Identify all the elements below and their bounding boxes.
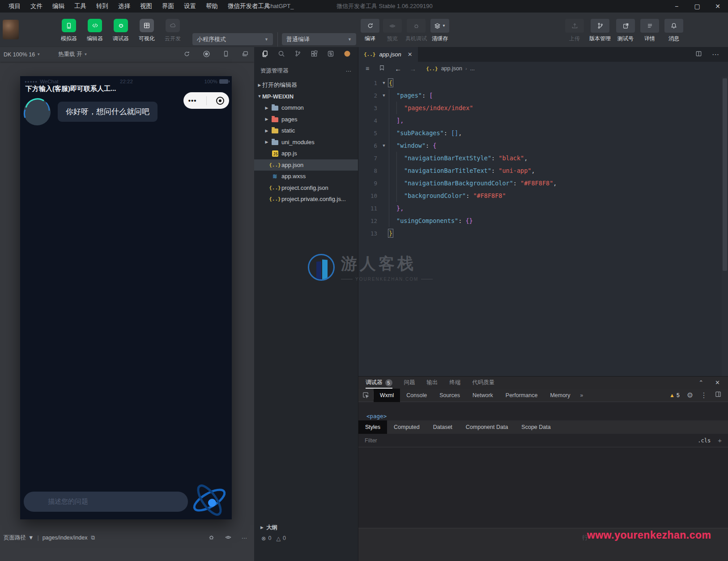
debug-tab-问题[interactable]: 问题 xyxy=(404,377,415,389)
user-avatar[interactable] xyxy=(3,20,19,39)
device-icon[interactable] xyxy=(223,50,229,59)
copy-icon[interactable]: ⧉ xyxy=(91,535,95,541)
tree-item-app.js[interactable]: JSapp.js xyxy=(254,148,358,159)
device-zoom-selector[interactable]: DK 100% 16 ▼ xyxy=(4,51,40,58)
tool-编辑器[interactable]: 编辑器 xyxy=(85,19,105,43)
tree-item-common[interactable]: ▶common xyxy=(254,102,358,114)
collapse-icon[interactable]: ⌃ xyxy=(698,379,703,386)
multi-window-icon[interactable] xyxy=(242,51,249,59)
tree-item-static[interactable]: ▶static xyxy=(254,125,358,137)
record-icon[interactable] xyxy=(203,50,210,59)
tab-close-icon[interactable]: ✕ xyxy=(408,51,413,58)
settings-gear-icon[interactable]: ⚙ xyxy=(687,391,693,399)
devtools-tab-Console[interactable]: Console xyxy=(400,389,433,402)
extensions-icon[interactable] xyxy=(311,50,318,59)
menu-item-界面[interactable]: 界面 xyxy=(157,0,179,13)
devtools-tab-Performance[interactable]: Performance xyxy=(499,389,544,402)
styles-tab-Scope-Data[interactable]: Scope Data xyxy=(515,420,557,434)
menu-item-转到[interactable]: 转到 xyxy=(91,0,113,13)
devtools-tab-Network[interactable]: Network xyxy=(466,389,499,402)
hot-reload-toggle[interactable]: 热重载 开 ▼ xyxy=(58,51,87,58)
more-menu-icon[interactable]: ••• xyxy=(188,97,197,104)
exit-target-icon[interactable] xyxy=(216,97,224,105)
filter-input[interactable]: Filter xyxy=(365,437,377,444)
styles-tab-Styles[interactable]: Styles xyxy=(358,420,387,434)
files-icon[interactable] xyxy=(261,50,268,59)
menu-item-设置[interactable]: 设置 xyxy=(179,0,201,13)
tree-item-uni_modules[interactable]: ▶uni_modules xyxy=(254,137,358,148)
snippet-icon[interactable] xyxy=(327,50,334,59)
debug-tab-终端[interactable]: 终端 xyxy=(450,377,461,389)
dock-side-icon[interactable] xyxy=(715,391,722,399)
minimize-button[interactable]: − xyxy=(666,0,687,13)
bookmark-icon[interactable] xyxy=(379,64,385,73)
menu-item-编辑[interactable]: 编辑 xyxy=(47,0,69,13)
mode-select[interactable]: 小程序模式 ▼ xyxy=(192,33,273,45)
split-editor-icon[interactable] xyxy=(695,51,702,59)
menu-item-帮助[interactable]: 帮助 xyxy=(201,0,223,13)
action-清缓存[interactable]: ▼清缓存 xyxy=(430,19,449,43)
styles-tab-Component-Data[interactable]: Component Data xyxy=(459,420,515,434)
assistant-atom-icon[interactable] xyxy=(190,480,229,519)
navigate-forward-icon[interactable]: → xyxy=(409,65,416,73)
fold-chevron-icon[interactable]: ▼ xyxy=(379,143,389,148)
vconsole-bug-icon[interactable] xyxy=(208,534,215,542)
action-版本管理[interactable]: 版本管理 xyxy=(589,19,611,43)
menu-item-视图[interactable]: 视图 xyxy=(135,0,157,13)
compile-mode-select[interactable]: 普通编译 ▼ xyxy=(282,33,356,45)
question-input[interactable]: 描述您的问题 xyxy=(24,492,188,512)
problems-counter[interactable]: ⊗ 0 △ 0 xyxy=(254,533,286,543)
tree-item-app.json[interactable]: {..}app.json xyxy=(254,159,358,171)
action-消息[interactable]: 消息 xyxy=(664,19,683,43)
refresh-icon[interactable] xyxy=(183,51,190,59)
action-测试号[interactable]: 测试号 xyxy=(616,19,635,43)
styles-tab-Dataset[interactable]: Dataset xyxy=(426,420,459,434)
tool-可视化[interactable]: 可视化 xyxy=(137,19,157,43)
breadcrumb[interactable]: {..} app.json › ... xyxy=(426,65,475,72)
devtools-tab-Wxml[interactable]: Wxml xyxy=(374,389,400,402)
more-options-icon[interactable]: ⋯ xyxy=(242,535,248,541)
tool-调试器[interactable]: 调试器 xyxy=(111,19,131,43)
debug-tab-调试器[interactable]: 调试器5 xyxy=(366,377,392,389)
outline-section[interactable]: ▶ 大纲 xyxy=(254,522,277,532)
devtools-tab-Memory[interactable]: Memory xyxy=(544,389,576,402)
close-button[interactable]: ✕ xyxy=(707,0,728,13)
scrollbar-thumb[interactable] xyxy=(723,78,727,271)
inspect-element-icon[interactable] xyxy=(358,391,374,399)
branch-icon[interactable] xyxy=(294,50,301,59)
menu-item-文件[interactable]: 文件 xyxy=(26,0,47,13)
editor-scrollbar[interactable] xyxy=(722,77,728,376)
tool-云开发[interactable]: 云开发 xyxy=(163,19,183,43)
element-node[interactable]: <page> xyxy=(366,413,387,420)
tab-app-json[interactable]: {..} app.json ✕ xyxy=(358,47,418,62)
tool-模拟器[interactable]: 模拟器 xyxy=(59,19,79,43)
outline-list-icon[interactable]: ≡ xyxy=(366,65,369,72)
tree-item-pages[interactable]: ▶pages xyxy=(254,114,358,125)
fold-chevron-icon[interactable]: ▼ xyxy=(379,81,389,85)
tree-item-打开的编辑器[interactable]: ▶打开的编辑器 xyxy=(254,79,358,91)
cls-toggle[interactable]: .cls xyxy=(698,437,711,444)
debug-tab-代码质量[interactable]: 代码质量 xyxy=(473,377,495,389)
tree-item-project.private.config.js...[interactable]: {..}project.private.config.js... xyxy=(254,193,358,205)
menu-item-选择[interactable]: 选择 xyxy=(113,0,135,13)
maximize-button[interactable]: ▢ xyxy=(687,0,707,13)
editor-more-icon[interactable]: ⋯ xyxy=(712,50,720,59)
styles-tab-Computed[interactable]: Computed xyxy=(387,420,426,434)
fold-chevron-icon[interactable]: ▼ xyxy=(379,93,389,98)
page-path-selector[interactable]: 页面路径 ▼ xyxy=(4,534,34,542)
tree-item-MP-WEIXIN[interactable]: ▼MP-WEIXIN xyxy=(254,91,358,103)
close-panel-icon[interactable]: ✕ xyxy=(715,379,720,386)
explorer-more-icon[interactable]: ⋯ xyxy=(346,68,352,74)
tree-item-app.wxss[interactable]: ≋app.wxss xyxy=(254,171,358,182)
more-tabs-icon[interactable]: » xyxy=(577,392,587,398)
code-area[interactable]: 1▼{2▼"pages": [3"pages/index/index"4],5"… xyxy=(358,77,722,376)
kebab-menu-icon[interactable]: ⋮ xyxy=(700,391,707,399)
menu-item-工具[interactable]: 工具 xyxy=(69,0,91,13)
navigate-back-icon[interactable]: ← xyxy=(395,65,401,73)
add-rule-icon[interactable]: + xyxy=(718,437,722,444)
action-编译[interactable]: 编译 xyxy=(361,19,379,43)
visibility-eye-icon[interactable] xyxy=(225,534,232,542)
elements-tree[interactable]: <page> xyxy=(358,402,728,420)
tree-item-project.config.json[interactable]: {..}project.config.json xyxy=(254,182,358,194)
search-icon[interactable] xyxy=(278,50,285,59)
